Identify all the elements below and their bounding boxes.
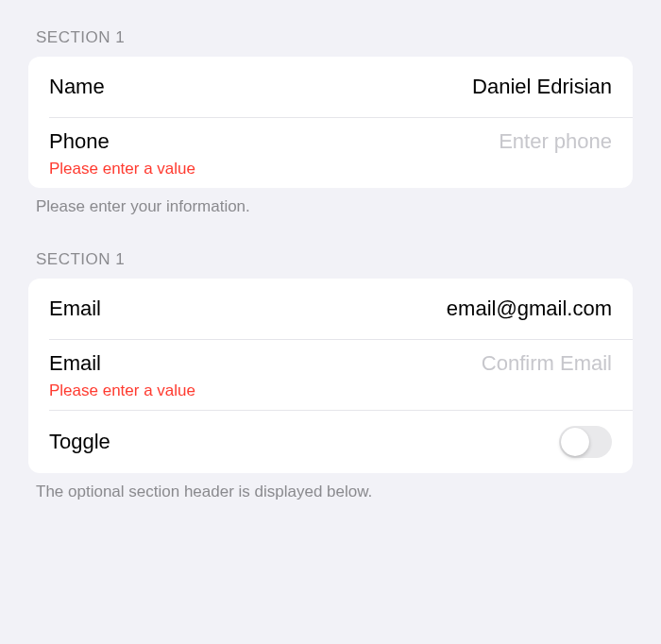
email-confirm-label: Email	[49, 351, 101, 376]
phone-field[interactable]	[347, 129, 612, 154]
section-2-header: SECTION 1	[0, 250, 661, 279]
phone-error: Please enter a value	[49, 160, 612, 178]
toggle-knob	[561, 428, 589, 456]
section-1-footer: Please enter your information.	[0, 188, 661, 216]
email-confirm-field[interactable]	[347, 351, 612, 376]
email-field[interactable]	[347, 297, 612, 321]
toggle-row: Toggle	[28, 411, 633, 473]
email-row[interactable]: Email	[28, 279, 633, 339]
section-1-group: Name Phone Please enter a value	[28, 57, 633, 188]
toggle-switch[interactable]	[559, 426, 612, 458]
section-2-group: Email Email Please enter a value Toggle	[28, 279, 633, 473]
toggle-label: Toggle	[49, 430, 110, 454]
email-confirm-row[interactable]: Email Please enter a value	[28, 340, 633, 410]
section-1-header: SECTION 1	[0, 28, 661, 57]
email-label: Email	[49, 297, 101, 321]
name-field[interactable]	[347, 75, 612, 99]
email-confirm-error: Please enter a value	[49, 381, 612, 400]
section-2-footer: The optional section header is displayed…	[0, 473, 661, 501]
phone-label: Phone	[49, 129, 110, 154]
name-row[interactable]: Name	[28, 57, 633, 117]
phone-row[interactable]: Phone Please enter a value	[28, 118, 633, 188]
name-label: Name	[49, 75, 105, 99]
